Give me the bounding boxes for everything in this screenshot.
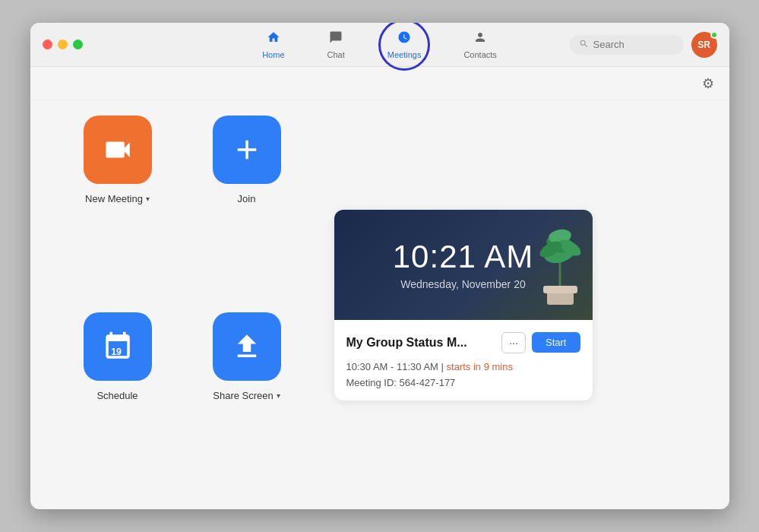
calendar-icon: 19 — [102, 331, 134, 363]
main-content: New Meeting ▾ Join 19 Sched — [30, 100, 729, 509]
starts-soon-badge: starts in 9 mins — [447, 361, 513, 372]
video-icon — [102, 134, 134, 166]
right-panel: 10:21 AM Wednesday, November 20 — [334, 116, 699, 494]
avatar-status-dot — [710, 31, 718, 39]
meeting-actions: ··· Start — [501, 332, 580, 353]
new-meeting-label: New Meeting ▾ — [85, 193, 150, 204]
search-icon — [579, 39, 589, 51]
avatar-initials: SR — [697, 40, 710, 50]
nav-chat-label: Chat — [327, 50, 345, 59]
home-icon — [267, 30, 280, 48]
share-screen-dropdown-arrow: ▾ — [277, 391, 280, 400]
meeting-date: Wednesday, November 20 — [400, 278, 525, 290]
chat-icon — [329, 30, 343, 48]
meeting-card-header: 10:21 AM Wednesday, November 20 — [334, 210, 593, 320]
meeting-card-body: My Group Status M... ··· Start 10:30 AM … — [334, 320, 593, 401]
settings-icon[interactable]: ⚙ — [702, 75, 714, 92]
svg-rect-2 — [543, 286, 577, 293]
search-input[interactable] — [593, 39, 675, 50]
schedule-item[interactable]: 19 Schedule — [61, 312, 175, 494]
schedule-label: Schedule — [96, 390, 138, 401]
avatar[interactable]: SR — [691, 32, 717, 58]
nav-meetings-label: Meetings — [387, 50, 422, 59]
minimize-button[interactable] — [58, 40, 68, 49]
maximize-button[interactable] — [73, 40, 83, 49]
traffic-lights — [30, 40, 83, 49]
upload-icon — [231, 331, 263, 363]
meeting-title: My Group Status M... — [346, 336, 467, 350]
new-meeting-item[interactable]: New Meeting ▾ — [61, 116, 175, 297]
nav-home-label: Home — [262, 50, 284, 59]
join-label: Join — [238, 193, 256, 204]
app-window: Home Chat Meetings — [30, 23, 729, 509]
titlebar: Home Chat Meetings — [30, 23, 729, 67]
share-screen-item[interactable]: Share Screen ▾ — [190, 312, 304, 494]
new-meeting-icon-bg — [84, 116, 152, 184]
meetings-icon — [397, 30, 411, 48]
join-icon-bg — [213, 116, 281, 184]
svg-text:19: 19 — [111, 347, 122, 357]
start-meeting-button[interactable]: Start — [532, 332, 580, 353]
meeting-id-row: Meeting ID: 564-427-177 — [346, 377, 580, 388]
more-options-button[interactable]: ··· — [501, 332, 526, 353]
schedule-icon-bg: 19 — [84, 312, 152, 381]
meeting-time-range: 10:30 AM - 11:30 AM | starts in 9 mins — [346, 361, 580, 372]
nav-chat[interactable]: Chat — [318, 26, 354, 64]
nav-contacts-label: Contacts — [463, 50, 496, 59]
plus-icon — [231, 134, 263, 166]
nav-contacts[interactable]: Contacts — [454, 26, 505, 64]
new-meeting-dropdown-arrow: ▾ — [146, 195, 150, 203]
join-item[interactable]: Join — [190, 116, 304, 297]
action-grid: New Meeting ▾ Join 19 Sched — [61, 116, 304, 494]
meeting-id-value: 564-427-177 — [400, 377, 456, 388]
close-button[interactable] — [43, 40, 52, 49]
settings-bar: ⚙ — [30, 67, 729, 100]
nav-home[interactable]: Home — [253, 26, 293, 64]
meeting-card: 10:21 AM Wednesday, November 20 — [334, 210, 593, 401]
meeting-clock: 10:21 AM — [393, 239, 533, 275]
meeting-title-row: My Group Status M... ··· Start — [346, 332, 580, 353]
nav-right: SR — [570, 32, 717, 58]
nav-meetings[interactable]: Meetings — [378, 26, 431, 64]
share-screen-label: Share Screen ▾ — [213, 390, 280, 401]
share-screen-icon-bg — [213, 312, 281, 381]
contacts-icon — [473, 30, 487, 48]
search-bar[interactable] — [570, 35, 684, 55]
plant-decoration-icon — [524, 210, 593, 320]
